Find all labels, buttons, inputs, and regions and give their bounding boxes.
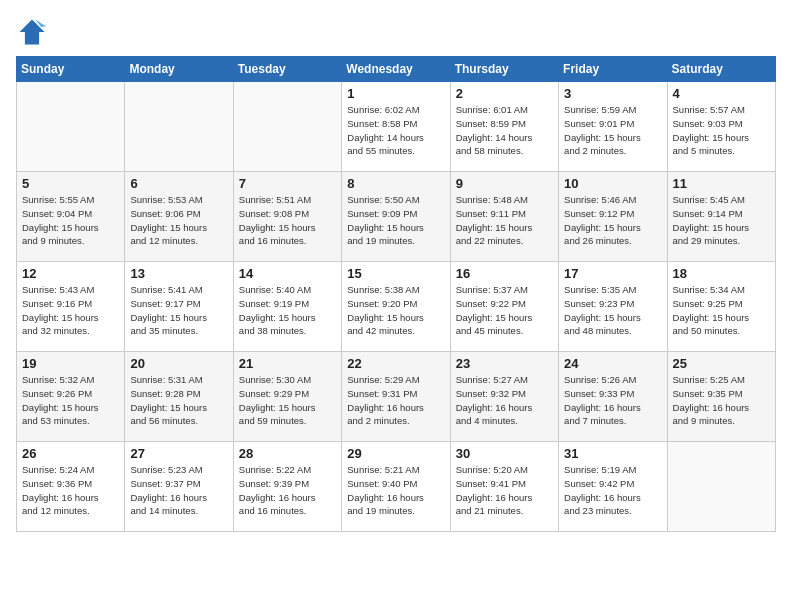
calendar-cell: 18Sunrise: 5:34 AM Sunset: 9:25 PM Dayli… xyxy=(667,262,775,352)
calendar-cell: 23Sunrise: 5:27 AM Sunset: 9:32 PM Dayli… xyxy=(450,352,558,442)
day-number: 16 xyxy=(456,266,553,281)
logo-icon xyxy=(16,16,48,48)
day-number: 11 xyxy=(673,176,770,191)
calendar-body: 1Sunrise: 6:02 AM Sunset: 8:58 PM Daylig… xyxy=(17,82,776,532)
calendar-cell: 15Sunrise: 5:38 AM Sunset: 9:20 PM Dayli… xyxy=(342,262,450,352)
calendar-cell: 22Sunrise: 5:29 AM Sunset: 9:31 PM Dayli… xyxy=(342,352,450,442)
day-number: 5 xyxy=(22,176,119,191)
day-number: 3 xyxy=(564,86,661,101)
col-header-saturday: Saturday xyxy=(667,57,775,82)
day-number: 26 xyxy=(22,446,119,461)
day-number: 6 xyxy=(130,176,227,191)
calendar-cell: 29Sunrise: 5:21 AM Sunset: 9:40 PM Dayli… xyxy=(342,442,450,532)
day-number: 22 xyxy=(347,356,444,371)
col-header-tuesday: Tuesday xyxy=(233,57,341,82)
day-number: 15 xyxy=(347,266,444,281)
calendar-header: SundayMondayTuesdayWednesdayThursdayFrid… xyxy=(17,57,776,82)
calendar-cell: 7Sunrise: 5:51 AM Sunset: 9:08 PM Daylig… xyxy=(233,172,341,262)
calendar-cell: 12Sunrise: 5:43 AM Sunset: 9:16 PM Dayli… xyxy=(17,262,125,352)
day-number: 19 xyxy=(22,356,119,371)
calendar-cell: 6Sunrise: 5:53 AM Sunset: 9:06 PM Daylig… xyxy=(125,172,233,262)
calendar-cell: 3Sunrise: 5:59 AM Sunset: 9:01 PM Daylig… xyxy=(559,82,667,172)
day-number: 8 xyxy=(347,176,444,191)
day-info: Sunrise: 5:22 AM Sunset: 9:39 PM Dayligh… xyxy=(239,463,336,518)
day-number: 1 xyxy=(347,86,444,101)
day-number: 10 xyxy=(564,176,661,191)
day-info: Sunrise: 5:34 AM Sunset: 9:25 PM Dayligh… xyxy=(673,283,770,338)
col-header-sunday: Sunday xyxy=(17,57,125,82)
day-number: 13 xyxy=(130,266,227,281)
calendar-cell: 2Sunrise: 6:01 AM Sunset: 8:59 PM Daylig… xyxy=(450,82,558,172)
calendar-week-0: 1Sunrise: 6:02 AM Sunset: 8:58 PM Daylig… xyxy=(17,82,776,172)
day-info: Sunrise: 5:59 AM Sunset: 9:01 PM Dayligh… xyxy=(564,103,661,158)
day-number: 2 xyxy=(456,86,553,101)
col-header-monday: Monday xyxy=(125,57,233,82)
day-number: 29 xyxy=(347,446,444,461)
day-info: Sunrise: 6:01 AM Sunset: 8:59 PM Dayligh… xyxy=(456,103,553,158)
day-info: Sunrise: 5:32 AM Sunset: 9:26 PM Dayligh… xyxy=(22,373,119,428)
calendar-week-3: 19Sunrise: 5:32 AM Sunset: 9:26 PM Dayli… xyxy=(17,352,776,442)
calendar-cell: 5Sunrise: 5:55 AM Sunset: 9:04 PM Daylig… xyxy=(17,172,125,262)
calendar-cell: 19Sunrise: 5:32 AM Sunset: 9:26 PM Dayli… xyxy=(17,352,125,442)
calendar-cell: 10Sunrise: 5:46 AM Sunset: 9:12 PM Dayli… xyxy=(559,172,667,262)
day-number: 21 xyxy=(239,356,336,371)
day-number: 14 xyxy=(239,266,336,281)
day-info: Sunrise: 5:53 AM Sunset: 9:06 PM Dayligh… xyxy=(130,193,227,248)
day-info: Sunrise: 5:20 AM Sunset: 9:41 PM Dayligh… xyxy=(456,463,553,518)
day-number: 30 xyxy=(456,446,553,461)
day-number: 4 xyxy=(673,86,770,101)
calendar-cell: 25Sunrise: 5:25 AM Sunset: 9:35 PM Dayli… xyxy=(667,352,775,442)
calendar-cell: 30Sunrise: 5:20 AM Sunset: 9:41 PM Dayli… xyxy=(450,442,558,532)
day-info: Sunrise: 5:41 AM Sunset: 9:17 PM Dayligh… xyxy=(130,283,227,338)
col-header-friday: Friday xyxy=(559,57,667,82)
day-info: Sunrise: 5:35 AM Sunset: 9:23 PM Dayligh… xyxy=(564,283,661,338)
calendar-cell: 9Sunrise: 5:48 AM Sunset: 9:11 PM Daylig… xyxy=(450,172,558,262)
day-info: Sunrise: 5:57 AM Sunset: 9:03 PM Dayligh… xyxy=(673,103,770,158)
calendar-cell xyxy=(125,82,233,172)
calendar-cell: 21Sunrise: 5:30 AM Sunset: 9:29 PM Dayli… xyxy=(233,352,341,442)
calendar-cell: 14Sunrise: 5:40 AM Sunset: 9:19 PM Dayli… xyxy=(233,262,341,352)
day-info: Sunrise: 5:21 AM Sunset: 9:40 PM Dayligh… xyxy=(347,463,444,518)
day-number: 7 xyxy=(239,176,336,191)
day-info: Sunrise: 5:25 AM Sunset: 9:35 PM Dayligh… xyxy=(673,373,770,428)
day-info: Sunrise: 5:51 AM Sunset: 9:08 PM Dayligh… xyxy=(239,193,336,248)
day-info: Sunrise: 5:45 AM Sunset: 9:14 PM Dayligh… xyxy=(673,193,770,248)
logo xyxy=(16,16,52,48)
day-info: Sunrise: 5:23 AM Sunset: 9:37 PM Dayligh… xyxy=(130,463,227,518)
day-info: Sunrise: 5:27 AM Sunset: 9:32 PM Dayligh… xyxy=(456,373,553,428)
day-info: Sunrise: 5:29 AM Sunset: 9:31 PM Dayligh… xyxy=(347,373,444,428)
col-header-thursday: Thursday xyxy=(450,57,558,82)
calendar-cell: 16Sunrise: 5:37 AM Sunset: 9:22 PM Dayli… xyxy=(450,262,558,352)
col-header-wednesday: Wednesday xyxy=(342,57,450,82)
calendar-cell: 17Sunrise: 5:35 AM Sunset: 9:23 PM Dayli… xyxy=(559,262,667,352)
day-number: 28 xyxy=(239,446,336,461)
calendar-cell xyxy=(667,442,775,532)
day-number: 31 xyxy=(564,446,661,461)
calendar-week-2: 12Sunrise: 5:43 AM Sunset: 9:16 PM Dayli… xyxy=(17,262,776,352)
calendar-cell xyxy=(17,82,125,172)
day-number: 24 xyxy=(564,356,661,371)
calendar-cell: 8Sunrise: 5:50 AM Sunset: 9:09 PM Daylig… xyxy=(342,172,450,262)
calendar-cell: 26Sunrise: 5:24 AM Sunset: 9:36 PM Dayli… xyxy=(17,442,125,532)
calendar-cell: 4Sunrise: 5:57 AM Sunset: 9:03 PM Daylig… xyxy=(667,82,775,172)
calendar-cell: 27Sunrise: 5:23 AM Sunset: 9:37 PM Dayli… xyxy=(125,442,233,532)
calendar-cell xyxy=(233,82,341,172)
calendar-cell: 1Sunrise: 6:02 AM Sunset: 8:58 PM Daylig… xyxy=(342,82,450,172)
day-number: 25 xyxy=(673,356,770,371)
calendar-table: SundayMondayTuesdayWednesdayThursdayFrid… xyxy=(16,56,776,532)
calendar-cell: 28Sunrise: 5:22 AM Sunset: 9:39 PM Dayli… xyxy=(233,442,341,532)
day-number: 20 xyxy=(130,356,227,371)
day-info: Sunrise: 5:43 AM Sunset: 9:16 PM Dayligh… xyxy=(22,283,119,338)
day-info: Sunrise: 5:38 AM Sunset: 9:20 PM Dayligh… xyxy=(347,283,444,338)
day-number: 12 xyxy=(22,266,119,281)
calendar-week-4: 26Sunrise: 5:24 AM Sunset: 9:36 PM Dayli… xyxy=(17,442,776,532)
calendar-cell: 31Sunrise: 5:19 AM Sunset: 9:42 PM Dayli… xyxy=(559,442,667,532)
day-number: 27 xyxy=(130,446,227,461)
day-info: Sunrise: 5:24 AM Sunset: 9:36 PM Dayligh… xyxy=(22,463,119,518)
page-header xyxy=(16,16,776,48)
day-number: 9 xyxy=(456,176,553,191)
calendar-cell: 11Sunrise: 5:45 AM Sunset: 9:14 PM Dayli… xyxy=(667,172,775,262)
day-info: Sunrise: 5:26 AM Sunset: 9:33 PM Dayligh… xyxy=(564,373,661,428)
day-info: Sunrise: 5:46 AM Sunset: 9:12 PM Dayligh… xyxy=(564,193,661,248)
day-info: Sunrise: 5:40 AM Sunset: 9:19 PM Dayligh… xyxy=(239,283,336,338)
